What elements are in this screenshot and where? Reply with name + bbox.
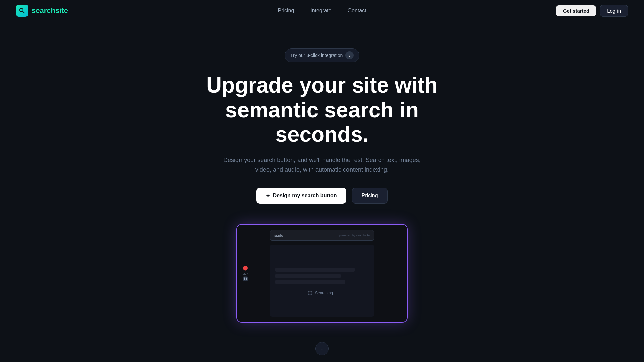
demo-search-input-text: spido: [274, 233, 283, 237]
rec-time: 0:07: [243, 272, 248, 275]
pause-bar-right: [246, 278, 247, 280]
demo-powered-text: powered by searchsite: [339, 234, 370, 237]
hero-title: Upgrade your site with semantic search i…: [188, 73, 456, 147]
hero-section: Try our 3-click integration › Upgrade yo…: [0, 21, 644, 323]
loading-spinner: [308, 291, 312, 295]
nav-link-pricing[interactable]: Pricing: [278, 8, 294, 14]
recording-indicator: 0:07: [243, 266, 248, 281]
logo-area: searchsite: [16, 5, 68, 17]
nav-link-contact[interactable]: Contact: [347, 8, 366, 14]
nav-links: Pricing Integrate Contact: [278, 8, 366, 14]
integration-badge[interactable]: Try our 3-click integration ›: [285, 48, 360, 62]
demo-window: 0:07 spido powered by searchsite: [236, 224, 408, 323]
demo-results: [275, 266, 369, 285]
rec-pause-button: [243, 276, 248, 281]
scroll-indicator[interactable]: ↓: [315, 342, 329, 355]
design-search-button[interactable]: ✦ Design my search button: [256, 188, 346, 204]
demo-inner: 0:07 spido powered by searchsite: [237, 225, 407, 322]
sparkle-icon: ✦: [266, 193, 270, 199]
demo-content-area: Searching...: [270, 245, 374, 317]
searching-text: Searching...: [315, 291, 336, 295]
pricing-button[interactable]: Pricing: [352, 188, 388, 204]
result-row-2: [275, 274, 341, 278]
result-row-3: [275, 280, 345, 284]
scroll-icon: ↓: [321, 346, 323, 352]
result-row-1: [275, 268, 355, 272]
svg-line-1: [23, 11, 24, 13]
demo-search-bar: spido powered by searchsite: [270, 230, 374, 241]
rec-dot: [243, 266, 248, 270]
login-button[interactable]: Log in: [600, 5, 628, 17]
nav-link-integrate[interactable]: Integrate: [310, 8, 331, 14]
searching-indicator: Searching...: [308, 291, 336, 295]
badge-text: Try our 3-click integration: [290, 53, 343, 58]
nav-actions: Get started Log in: [556, 5, 628, 17]
logo-icon: [16, 5, 28, 17]
get-started-button[interactable]: Get started: [556, 5, 596, 16]
badge-arrow-icon: ›: [345, 51, 354, 59]
hero-buttons: ✦ Design my search button Pricing: [256, 188, 387, 204]
logo-text: searchsite: [32, 6, 68, 15]
pause-bar-left: [244, 278, 245, 280]
navbar: searchsite Pricing Integrate Contact Get…: [0, 0, 644, 21]
hero-subtitle: Design your search button, and we'll han…: [221, 155, 423, 175]
